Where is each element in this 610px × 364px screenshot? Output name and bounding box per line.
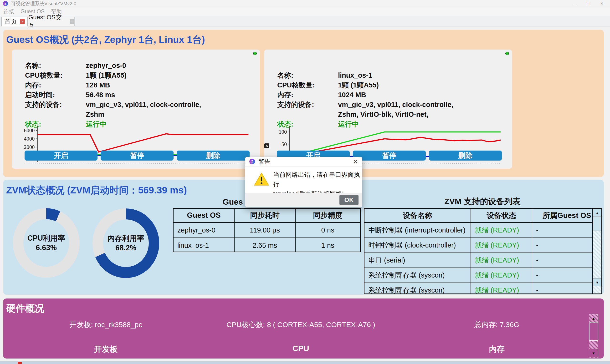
svg-text:6000: 6000 xyxy=(24,128,35,133)
sync-table-heading: Gues xyxy=(223,197,243,207)
field-label: 名称: xyxy=(25,61,86,70)
device-guest-cell: - xyxy=(532,238,601,252)
donut-value: 68.2% xyxy=(115,243,136,253)
guest-os-cell: zephyr_os-0 xyxy=(173,223,235,237)
scroll-down-icon[interactable]: ▼ xyxy=(593,278,601,286)
guest-os-cell: linux_os-1 xyxy=(173,238,235,252)
tab-guest-os-label: Guest OS交互 xyxy=(28,13,67,30)
tab-home[interactable]: 首页 ✕ xyxy=(1,17,28,26)
pause-button[interactable]: 暂停 xyxy=(353,151,426,161)
scrollbar-thumb[interactable] xyxy=(589,323,598,341)
warning-icon xyxy=(254,172,269,186)
hardware-title: 硬件概况 xyxy=(6,302,44,315)
device-guest-cell: - xyxy=(532,268,601,283)
scroll-down-icon[interactable]: ▼ xyxy=(589,349,598,357)
field-value: 56.48 ms xyxy=(86,90,115,100)
field-value: Zshm xyxy=(86,110,104,119)
taskbar-red-icon xyxy=(18,362,22,364)
device-status-cell: 就绪 (READY) xyxy=(471,238,532,252)
scroll-up-icon[interactable]: ▲ xyxy=(589,314,598,322)
start-button[interactable]: 开启 xyxy=(25,151,97,161)
delete-button[interactable]: 删除 xyxy=(177,151,250,161)
device-name-cell: 串口 (serial) xyxy=(364,253,471,268)
guest-card-fields: 名称:zephyr_os-0 CPU核数量:1颗 (1颗A55) 内存:128 … xyxy=(25,61,252,129)
device-table-scrollbar[interactable]: ▲ ▼ xyxy=(592,209,601,294)
column-header: 所属Guest OS xyxy=(532,209,601,222)
dialog-body: 当前网络出错，请在串口界面执行 tcpreload后重新连接网络! xyxy=(245,167,362,193)
device-guest-cell: - xyxy=(532,253,601,268)
cpu-label: CPU xyxy=(210,344,391,353)
scroll-up-icon[interactable]: ▲ xyxy=(593,209,601,217)
ok-button[interactable]: OK xyxy=(339,195,358,205)
maximize-button[interactable]: ❐ xyxy=(582,0,595,7)
hardware-panel: 硬件概况 开发板: roc_rk3588_pc 开发板 CPU核心数: 8 ( … xyxy=(3,299,604,359)
device-status-cell: 就绪 (READY) xyxy=(471,283,532,294)
field-value: 1024 MB xyxy=(338,90,366,100)
donut-label: CPU利用率 xyxy=(27,234,65,243)
field-label: 启动时间: xyxy=(25,90,86,100)
delete-button[interactable]: 删除 xyxy=(429,151,502,161)
tab-close-icon[interactable]: ✕ xyxy=(20,19,25,24)
board-label: 开发板 xyxy=(15,344,196,355)
hardware-board-col: 开发板: roc_rk3588_pc 开发板 xyxy=(15,320,196,355)
device-table: 设备名称 设备状态 所属Guest OS 中断控制器 (interrupt-co… xyxy=(364,208,602,294)
memory-usage-donut: 内存利用率68.2% xyxy=(93,208,159,278)
field-label: 支持的设备: xyxy=(25,100,86,110)
title-bar: Z 可视化管理系统VisualZVMv2.0 — ❐ ✕ xyxy=(0,0,610,7)
field-value: Zshm, VirtIO-blk, VirtIO-net, xyxy=(338,110,428,119)
guest-card-linux: 名称:linux_os-1 CPU核数量:1颗 (1颗A55) 内存:1024 … xyxy=(264,50,512,169)
column-header: 同步耗时 xyxy=(235,209,296,222)
taskbar-edge xyxy=(0,361,610,364)
tab-close-icon[interactable]: ✕ xyxy=(70,19,74,24)
window-title: 可视化管理系统VisualZVMv2.0 xyxy=(11,0,76,7)
device-guest-cell: - xyxy=(532,223,601,237)
dialog-close-icon[interactable]: ✕ xyxy=(352,158,359,165)
sync-precision-cell: 0 ns xyxy=(296,223,360,237)
field-label xyxy=(25,110,86,119)
menu-bar: 连接 Guest OS 帮助 xyxy=(0,7,610,16)
svg-text:50: 50 xyxy=(281,141,287,147)
memory-label: 内存 xyxy=(406,344,587,355)
dialog-message-line1: 当前网络出错，请在串口界面执行 xyxy=(273,170,362,189)
donut-label: 内存利用率 xyxy=(107,234,145,243)
field-value: vm_gic_v3, vpl011, clock-controlle, xyxy=(86,100,201,110)
scrollbar-thumb[interactable] xyxy=(593,217,601,231)
app-logo-icon: Z xyxy=(249,159,255,164)
status-dot-icon xyxy=(505,52,509,55)
device-status-cell: 就绪 (READY) xyxy=(471,223,532,237)
maximize-icon: ❐ xyxy=(587,1,590,6)
autoscale-badge[interactable]: A xyxy=(264,143,269,148)
hardware-scrollbar[interactable]: ▲ ▼ xyxy=(589,314,598,358)
table-row: 中断控制器 (interrupt-controller) 就绪 (READY) … xyxy=(364,223,601,238)
field-label xyxy=(277,110,338,119)
sync-time-cell: 119.00 µs xyxy=(235,223,296,237)
minimize-button[interactable]: — xyxy=(569,0,582,7)
sync-time-cell: 2.65 ms xyxy=(235,238,296,252)
device-table-header: 设备名称 设备状态 所属Guest OS xyxy=(364,209,601,223)
donut-value: 6.63% xyxy=(36,243,57,252)
dialog-title-bar: Z 警告 ✕ xyxy=(245,157,362,167)
field-label: CPU核数量: xyxy=(25,70,86,80)
menu-item-connect[interactable]: 连接 xyxy=(3,8,14,15)
close-button[interactable]: ✕ xyxy=(595,0,609,7)
field-value: 1颗 (1颗A55) xyxy=(338,80,379,90)
device-guest-cell: - xyxy=(532,283,601,294)
device-table-title: ZVM 支持的设备列表 xyxy=(364,196,601,207)
device-name-cell: 中断控制器 (interrupt-controller) xyxy=(364,223,471,237)
pause-button[interactable]: 暂停 xyxy=(101,151,173,161)
app-window: Z 可视化管理系统VisualZVMv2.0 — ❐ ✕ 连接 Guest OS… xyxy=(0,0,610,364)
tab-strip: 首页 ✕ Guest OS交互 ✕ xyxy=(0,16,610,26)
field-label: CPU核数量: xyxy=(277,80,338,90)
column-header: 设备状态 xyxy=(471,209,532,222)
app-logo-icon: Z xyxy=(3,1,8,6)
device-status-cell: 就绪 (READY) xyxy=(471,253,532,268)
table-row: zephyr_os-0 119.00 µs 0 ns xyxy=(173,223,360,238)
field-value: zephyr_os-0 xyxy=(86,61,126,70)
table-row: 时钟控制器 (clock-controller) 就绪 (READY) - xyxy=(364,238,601,253)
field-label: 内存: xyxy=(277,90,338,100)
tab-guest-os-interact[interactable]: Guest OS交互 ✕ xyxy=(28,17,75,26)
minimize-icon: — xyxy=(573,1,577,6)
sync-table: Guest OS 同步耗时 同步精度 zephyr_os-0 119.00 µs… xyxy=(173,208,361,252)
close-icon: ✕ xyxy=(600,1,604,6)
tab-home-label: 首页 xyxy=(4,17,17,26)
